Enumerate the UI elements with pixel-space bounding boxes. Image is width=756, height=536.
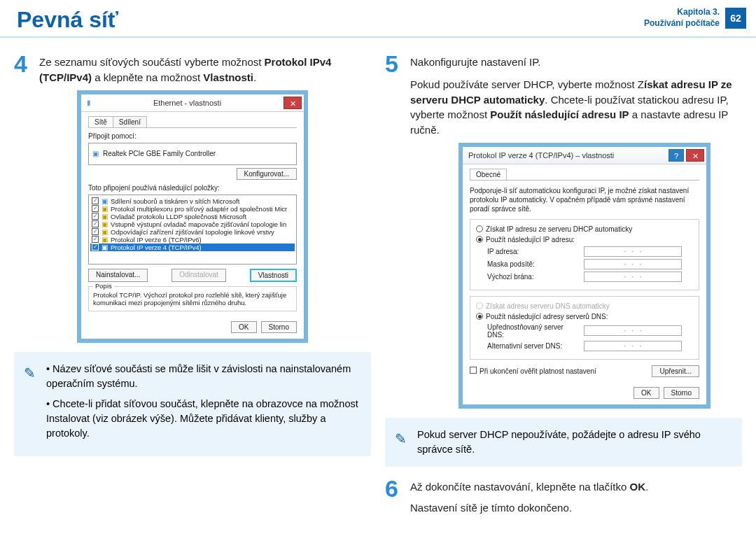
page-number: 62 <box>725 8 746 29</box>
note-text: Pokud server DHCP nepoužíváte, požádejte… <box>417 428 731 457</box>
close-button[interactable]: ✕ <box>284 97 302 109</box>
list-item[interactable]: Protokol IP verze 6 (TCP/IPv6) <box>111 236 202 244</box>
tab-networks[interactable]: Sítě <box>88 116 113 127</box>
radio-dns-manual[interactable]: Použít následující adresy serverů DNS: <box>476 313 693 320</box>
radio-label: Použít následující IP adresu: <box>486 236 575 244</box>
txt: . <box>253 71 256 83</box>
txt: a klepněte na možnost <box>92 71 203 83</box>
txt: Vlastnosti <box>203 71 253 83</box>
txt: Nakonfigurujte nastavení IP. <box>410 55 742 70</box>
list-item[interactable]: Vstupně výstupní ovladač mapovače zjišťo… <box>111 220 286 228</box>
ok-button[interactable]: OK <box>634 387 659 399</box>
list-item-selected[interactable]: Protokol IP verze 4 (TCP/IPv4) <box>111 244 202 251</box>
ipv4-properties-dialog: Protokol IP verze 4 (TCP/IPv4) – vlastno… <box>462 146 707 405</box>
adapter-icon: ▣ <box>92 150 99 157</box>
dns2-input[interactable]: · · · <box>584 341 682 351</box>
radio-dns-auto: Získat adresu serveru DNS automaticky <box>476 302 693 310</box>
step-6-text: Až dokončíte nastavování, klepněte na tl… <box>410 477 648 516</box>
adapter-field: ▣ Realtek PCIe GBE Family Controller <box>88 143 297 165</box>
radio-label: Získat adresu serveru DNS automaticky <box>486 302 610 310</box>
txt: Nastavení sítě je tímto dokončeno. <box>410 500 648 516</box>
step-number-6: 6 <box>385 477 405 516</box>
properties-button[interactable]: Vlastnosti <box>250 269 297 282</box>
advanced-button[interactable]: Upřesnit... <box>652 365 699 377</box>
network-items-list[interactable]: ▣Sdílení souborů a tiskáren v sítích Mic… <box>88 195 297 265</box>
list-item[interactable]: Protokol multiplexoru pro síťový adaptér… <box>111 205 287 213</box>
txt: Použít následující adresu IP <box>490 108 629 120</box>
tab-sharing[interactable]: Sdílení <box>113 116 147 127</box>
txt: Až dokončíte nastavování, klepněte na tl… <box>410 481 630 493</box>
connect-using-label: Připojit pomocí: <box>88 132 297 140</box>
install-button[interactable]: Nainstalovat... <box>88 269 148 282</box>
note-bullet: Chcete-li přidat síťovou součást, klepně… <box>46 397 360 441</box>
tab-general[interactable]: Obecné <box>470 169 507 180</box>
help-button[interactable]: ? <box>668 149 684 162</box>
step-number-5: 5 <box>385 52 405 138</box>
note-box-right: ✎ Pokud server DHCP nepoužíváte, požádej… <box>385 418 742 467</box>
step-4-text: Ze seznamu síťových součástí vyberte mož… <box>39 52 371 85</box>
close-button[interactable]: ✕ <box>686 149 704 162</box>
description-box: Protokol TCP/IP. Výchozí protokol pro ro… <box>88 286 297 311</box>
note-box-left: ✎ Název síťové součásti se může lišit v … <box>14 352 371 456</box>
configure-button[interactable]: Konfigurovat... <box>237 168 297 180</box>
radio-ip-manual[interactable]: Použít následující IP adresu: <box>476 236 693 244</box>
dialog-title: Protokol IP verze 4 (TCP/IPv4) – vlastno… <box>468 151 614 160</box>
checkbox-label: Při ukončení ověřit platnost nastavení <box>479 367 596 375</box>
radio-label: Získat IP adresu ze serveru DHCP automat… <box>486 225 632 233</box>
uses-items-label: Toto připojení používá následující polož… <box>88 184 297 192</box>
step-5-text: Nakonfigurujte nastavení IP. Pokud použí… <box>410 52 742 138</box>
gateway-input[interactable]: · · · <box>584 271 682 282</box>
txt: Ze seznamu síťových součástí vyberte mož… <box>39 56 265 68</box>
mask-input[interactable]: · · · <box>584 259 682 269</box>
page-title: Pevná síť <box>17 7 118 33</box>
field-label: Výchozí brána: <box>487 273 578 281</box>
dns-fieldset: Získat adresu serveru DNS automaticky Po… <box>470 296 699 360</box>
note-icon: ✎ <box>391 428 410 457</box>
dns1-input[interactable]: · · · <box>584 325 682 336</box>
note-bullet: Název síťové součásti se může lišit v zá… <box>46 362 360 391</box>
chapter-line: Používání počítače <box>644 18 720 29</box>
field-label: Alternativní server DNS: <box>487 342 578 350</box>
ethernet-properties-dialog: ▮ Ethernet - vlastnosti ✕ Sítě Sdílení P… <box>80 94 304 339</box>
adapter-name: Realtek PCIe GBE Family Controller <box>103 150 216 157</box>
cancel-button[interactable]: Storno <box>261 321 297 333</box>
field-label: Maska podsítě: <box>487 260 578 268</box>
note-icon: ✎ <box>20 362 39 446</box>
description-text: Protokol TCP/IP. Výchozí protokol pro ro… <box>93 291 286 306</box>
ip-input[interactable]: · · · <box>584 246 682 257</box>
txt: Pokud používáte server DHCP, vyberte mož… <box>410 78 644 90</box>
radio-ip-auto[interactable]: Získat IP adresu ze serveru DHCP automat… <box>476 225 693 233</box>
chapter-line: Kapitola 3. <box>644 7 720 18</box>
ok-button[interactable]: OK <box>231 321 256 333</box>
list-item[interactable]: Sdílení souborů a tiskáren v sítích Micr… <box>111 197 239 205</box>
chapter-info: Kapitola 3. Používání počítače <box>644 7 720 29</box>
radio-label: Použít následující adresy serverů DNS: <box>486 313 608 320</box>
validate-checkbox[interactable]: Při ukončení ověřit platnost nastavení <box>470 367 596 375</box>
field-label: Upřednostňovaný server DNS: <box>487 323 578 339</box>
intro-text: Podporuje-li síť automatickou konfigurac… <box>470 186 699 213</box>
ip-fieldset: Získat IP adresu ze serveru DHCP automat… <box>470 219 699 290</box>
step-number-4: 4 <box>14 52 34 85</box>
txt: OK <box>630 481 646 493</box>
cancel-button[interactable]: Storno <box>664 387 699 399</box>
list-item[interactable]: Odpovídající zařízení zjišťování topolog… <box>111 228 274 236</box>
field-label: IP adresa: <box>487 248 578 255</box>
list-item[interactable]: Ovladač protokolu LLDP společnosti Micro… <box>111 213 246 220</box>
dialog-title: Ethernet - vlastnosti <box>91 99 284 107</box>
txt: . <box>645 481 648 493</box>
uninstall-button[interactable]: Odinstalovat <box>172 269 226 282</box>
